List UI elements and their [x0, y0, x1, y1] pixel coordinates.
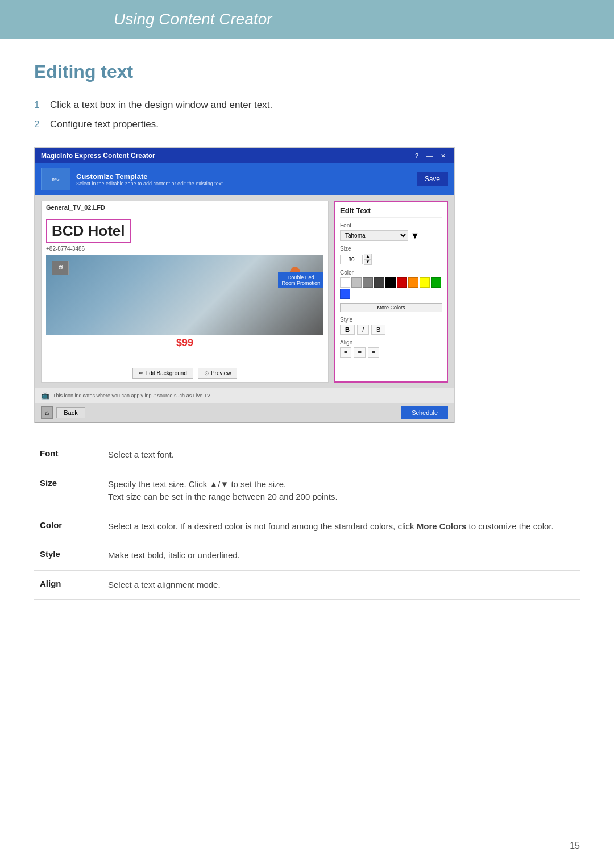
- table-row-size: Size Specify the text size. Click ▲/▼ to…: [34, 470, 580, 512]
- design-panel: General_TV_02.LFD BCD Hotel +82-8774-348…: [41, 201, 329, 383]
- color-swatches: [340, 277, 442, 299]
- font-row: Font Tahoma ▼: [340, 222, 442, 241]
- back-button[interactable]: Back: [56, 407, 85, 418]
- toolbar-text: Customize Template Select in the editabl…: [76, 172, 224, 186]
- page-header: Using Content Creator: [0, 0, 614, 39]
- minimize-button[interactable]: —: [424, 152, 435, 159]
- size-input-row: ▲ ▼: [340, 254, 442, 265]
- room-badge: Double Bed Room Promotion: [278, 272, 323, 288]
- swatch-orange[interactable]: [408, 277, 418, 288]
- room-badge-line1: Double Bed: [281, 275, 320, 280]
- term-size: Size: [34, 470, 102, 512]
- font-label: Font: [340, 222, 442, 229]
- close-button[interactable]: ✕: [438, 152, 448, 160]
- swatch-white[interactable]: [340, 277, 350, 288]
- swatch-black[interactable]: [385, 277, 396, 288]
- term-style: Style: [34, 541, 102, 571]
- edit-background-button[interactable]: ✏ Edit Background: [132, 368, 193, 379]
- app-window: MagicInfo Express Content Creator ? — ✕ …: [35, 148, 454, 423]
- color-row: Color More C: [340, 269, 442, 312]
- app-controls: ? — ✕: [413, 152, 448, 160]
- swatch-green[interactable]: [431, 277, 441, 288]
- def-align: Select a text alignment mode.: [102, 570, 580, 600]
- font-select-container: Tahoma ▼: [340, 230, 442, 241]
- style-label: Style: [340, 317, 442, 323]
- header-title: Using Content Creator: [114, 10, 272, 28]
- term-align: Align: [34, 570, 102, 600]
- font-dropdown[interactable]: Tahoma: [340, 230, 408, 241]
- preview-button[interactable]: ⊙ Preview: [198, 368, 238, 379]
- style-row: Style B I B: [340, 317, 442, 335]
- table-row-style: Style Make text bold, italic or underlin…: [34, 541, 580, 571]
- step-1-number: 1: [34, 99, 43, 111]
- swatch-blue[interactable]: [340, 289, 350, 299]
- size-input[interactable]: [340, 255, 363, 264]
- step-2: 2 Configure text properties.: [34, 119, 580, 130]
- swatch-yellow[interactable]: [420, 277, 430, 288]
- hotel-name: BCD Hotel: [52, 222, 125, 239]
- size-def-line1: Specify the text size. Click ▲/▼ to set …: [108, 479, 286, 489]
- swatch-dark-gray[interactable]: [374, 277, 384, 288]
- dropdown-arrow-icon: ▼: [410, 231, 420, 241]
- color-label: Color: [340, 269, 442, 276]
- bold-button[interactable]: B: [340, 325, 355, 335]
- edit-panel-title: Edit Text: [340, 206, 442, 218]
- design-actions: ✏ Edit Background ⊙ Preview: [42, 364, 328, 382]
- swatch-gray[interactable]: [363, 277, 373, 288]
- align-label: Align: [340, 339, 442, 346]
- preview-icon: ⊙: [204, 370, 209, 376]
- toolbar-title: Customize Template: [76, 172, 224, 181]
- size-label: Size: [340, 246, 442, 252]
- app-toolbar: IMG Customize Template Select in the edi…: [35, 163, 454, 195]
- main-content: Editing text 1 Click a text box in the d…: [0, 39, 614, 634]
- step-1-text: Click a text box in the design window an…: [50, 99, 272, 111]
- footer-left: ⌂ Back: [41, 406, 85, 419]
- italic-button[interactable]: I: [357, 325, 369, 335]
- size-down-button[interactable]: ▼: [364, 259, 372, 265]
- preview-label: Preview: [211, 370, 231, 376]
- edit-bg-label: Edit Background: [146, 370, 187, 376]
- size-def-line2: Text size can be set in the range betwee…: [108, 492, 338, 501]
- size-up-button[interactable]: ▲: [364, 254, 372, 259]
- table-row-font: Font Select a text font.: [34, 441, 580, 470]
- align-buttons: ≡ ≡ ≡: [340, 347, 442, 358]
- hotel-image: 🖼 Double Bed Room Promotion: [46, 255, 323, 335]
- steps-list: 1 Click a text box in the design window …: [34, 99, 580, 130]
- schedule-button[interactable]: Schedule: [401, 406, 448, 419]
- edit-panel: Edit Text Font Tahoma ▼ Size: [334, 201, 448, 383]
- def-font: Select a text font.: [102, 441, 580, 470]
- def-size: Specify the text size. Click ▲/▼ to set …: [102, 470, 580, 512]
- table-row-color: Color Select a text color. If a desired …: [34, 512, 580, 541]
- live-tv-text: This icon indicates where you can apply …: [53, 393, 211, 398]
- help-button[interactable]: ?: [413, 152, 421, 159]
- swatch-light-gray[interactable]: [351, 277, 362, 288]
- pencil-icon: ✏: [139, 370, 143, 376]
- app-title: MagicInfo Express Content Creator: [41, 152, 155, 160]
- align-left-button[interactable]: ≡: [340, 347, 351, 358]
- step-1: 1 Click a text box in the design window …: [34, 99, 580, 111]
- step-2-text: Configure text properties.: [50, 119, 159, 130]
- screenshot-container: MagicInfo Express Content Creator ? — ✕ …: [34, 147, 455, 423]
- page-heading: Editing text: [34, 61, 580, 82]
- term-font: Font: [34, 441, 102, 470]
- align-right-button[interactable]: ≡: [368, 347, 379, 358]
- size-row: Size ▲ ▼: [340, 246, 442, 265]
- underline-button[interactable]: B: [371, 325, 385, 335]
- design-content[interactable]: BCD Hotel +82-8774-3486 🖼 Double Bed: [42, 214, 328, 364]
- swatch-red[interactable]: [397, 277, 407, 288]
- description-table: Font Select a text font. Size Specify th…: [34, 441, 580, 600]
- app-titlebar: MagicInfo Express Content Creator ? — ✕: [35, 148, 454, 163]
- home-button[interactable]: ⌂: [41, 406, 53, 419]
- term-color: Color: [34, 512, 102, 541]
- color-def-bold: More Colors: [417, 521, 467, 531]
- save-button[interactable]: Save: [417, 172, 448, 186]
- table-row-align: Align Select a text alignment mode.: [34, 570, 580, 600]
- tv-icon: 📺: [41, 392, 49, 400]
- step-2-number: 2: [34, 119, 43, 130]
- app-footer: ⌂ Back Schedule: [35, 403, 454, 422]
- align-row: Align ≡ ≡ ≡: [340, 339, 442, 358]
- align-center-button[interactable]: ≡: [354, 347, 365, 358]
- hotel-phone: +82-8774-3486: [46, 246, 323, 252]
- more-colors-button[interactable]: More Colors: [340, 303, 442, 312]
- hotel-name-box[interactable]: BCD Hotel: [46, 219, 131, 243]
